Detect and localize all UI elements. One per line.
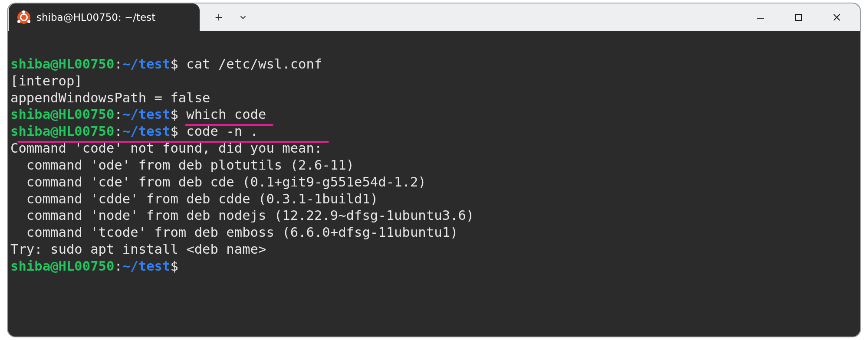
window-close-button[interactable] xyxy=(818,5,856,29)
prompt-dollar: $ xyxy=(170,258,178,274)
try-line: Try: sudo apt install <deb name> xyxy=(10,242,266,257)
prompt-colon: : xyxy=(114,124,122,139)
output-line: [interop] xyxy=(10,73,82,88)
suggestion-line: command 'tcode' from deb emboss (6.6.0+d… xyxy=(10,225,458,240)
minimize-button[interactable] xyxy=(741,5,779,29)
svg-rect-0 xyxy=(796,14,802,20)
tab-title: shiba@HL00750: ~/test xyxy=(36,12,155,23)
maximize-button[interactable] xyxy=(779,5,818,29)
suggestion-line: command 'ode' from deb plotutils (2.6-11… xyxy=(10,157,354,173)
suggestion-line: command 'cdde' from deb cdde (0.3.1-1bui… xyxy=(10,191,378,206)
prompt-dollar: $ xyxy=(170,107,178,122)
prompt-colon: : xyxy=(114,107,122,122)
command-code: code -n . xyxy=(178,124,258,139)
prompt-dollar: $ xyxy=(170,56,178,72)
prompt-user: shiba@HL00750 xyxy=(10,124,114,139)
ubuntu-icon xyxy=(17,11,30,24)
annotation-underline-command xyxy=(185,124,273,126)
terminal-tab[interactable]: shiba@HL00750: ~/test xyxy=(9,3,200,31)
prompt-user: shiba@HL00750 xyxy=(10,56,114,72)
tab-dropdown-button[interactable] xyxy=(233,8,253,27)
new-tab-button[interactable] xyxy=(209,8,228,27)
suggestion-line: command 'node' from deb nodejs (12.22.9~… xyxy=(10,208,474,223)
titlebar: shiba@HL00750: ~/test xyxy=(8,3,860,31)
prompt-cwd: ~/test xyxy=(122,107,171,122)
prompt-colon: : xyxy=(114,56,122,72)
tab-actions xyxy=(200,3,253,31)
prompt-user: shiba@HL00750 xyxy=(10,258,114,274)
prompt-user: shiba@HL00750 xyxy=(10,107,114,122)
terminal-window: shiba@HL00750: ~/test shi xyxy=(7,3,861,337)
prompt-cwd: ~/test xyxy=(122,124,171,139)
window-controls xyxy=(741,3,860,31)
suggestion-line: command 'cde' from deb cde (0.1+git9-g55… xyxy=(10,174,426,190)
command-cat: cat /etc/wsl.conf xyxy=(178,56,322,72)
prompt-cwd: ~/test xyxy=(122,258,171,274)
error-header: Command 'code' not found, did you mean: xyxy=(10,141,322,156)
terminal-body[interactable]: shiba@HL00750:~/test$ cat /etc/wsl.conf … xyxy=(8,31,860,292)
prompt-colon: : xyxy=(114,258,122,274)
annotation-underline-error xyxy=(17,141,329,143)
command-which: which code xyxy=(178,107,266,122)
prompt-dollar: $ xyxy=(170,124,178,139)
prompt-cwd: ~/test xyxy=(122,56,171,72)
output-line: appendWindowsPath = false xyxy=(10,90,210,105)
